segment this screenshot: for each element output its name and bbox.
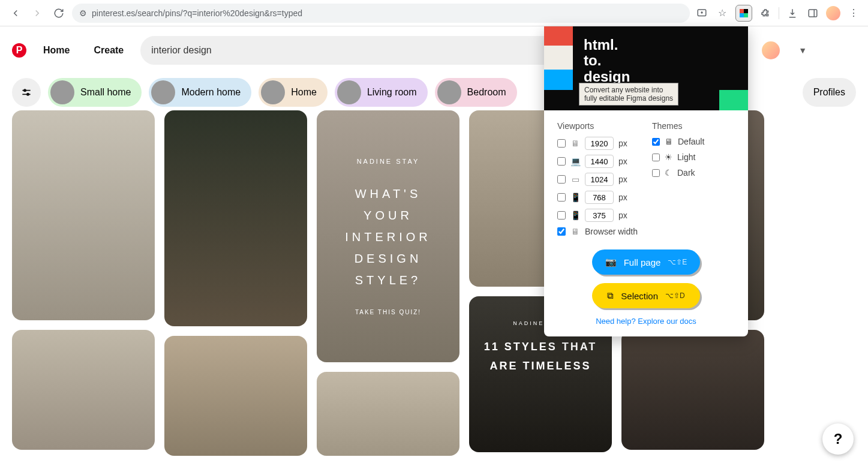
reload-button[interactable]	[50, 5, 67, 22]
create-link[interactable]: Create	[86, 40, 131, 61]
theme-icon: ☀	[665, 152, 672, 162]
profile-avatar[interactable]	[826, 6, 840, 20]
viewport-input[interactable]	[585, 191, 614, 204]
help-link[interactable]: Need help? Explore our docs	[557, 317, 735, 326]
pinterest-logo[interactable]: P	[12, 43, 26, 58]
device-icon: ▭	[570, 175, 580, 184]
pin-title: 11 STYLES THAT ARE TIMELESS	[481, 337, 600, 376]
pin-card[interactable]: NADINE STAY WHAT'S YOUR INTERIOR DESIGN …	[317, 110, 459, 362]
desktop-icon: 🖥	[570, 227, 580, 236]
chip-bedroom[interactable]: Bedroom	[435, 78, 517, 107]
device-icon: 📱	[570, 193, 580, 202]
selection-icon: ⧉	[607, 290, 614, 301]
viewport-row[interactable]: 📱px	[557, 191, 640, 204]
svg-rect-3	[740, 13, 744, 17]
extension-logo	[544, 26, 573, 110]
sidepanel-icon[interactable]	[806, 6, 820, 20]
svg-point-13	[24, 89, 26, 91]
svg-point-14	[27, 94, 29, 95]
user-avatar[interactable]	[762, 41, 780, 59]
pin-card[interactable]	[164, 110, 307, 326]
site-info-icon[interactable]: ⚙	[79, 8, 87, 18]
camera-icon: 📷	[605, 257, 617, 267]
chip-living-room[interactable]: Living room	[335, 78, 428, 107]
divider	[779, 7, 779, 19]
viewports-section: Viewports 🖥px💻px▭px📱px📱px 🖥 Browser widt…	[557, 121, 640, 241]
viewport-checkbox[interactable]	[557, 193, 566, 202]
device-icon: 💻	[570, 157, 580, 166]
theme-checkbox[interactable]	[652, 154, 660, 161]
browser-toolbar: ⚙ pinterest.es/search/pins/?q=interior%2…	[0, 0, 868, 26]
viewport-checkbox[interactable]	[557, 175, 566, 184]
viewport-checkbox[interactable]	[557, 139, 566, 148]
pin-subtitle: NADINE STAY	[357, 158, 420, 165]
browser-width-checkbox[interactable]	[557, 227, 566, 236]
selection-button[interactable]: ⧉ Selection ⌥⇧D	[592, 283, 700, 308]
home-link[interactable]: Home	[36, 40, 77, 61]
viewports-label: Viewports	[557, 121, 640, 131]
pin-card[interactable]	[12, 330, 155, 450]
install-icon[interactable]	[695, 6, 709, 20]
viewport-input[interactable]	[585, 209, 614, 222]
filter-button[interactable]	[12, 78, 41, 107]
pin-card[interactable]	[317, 372, 459, 456]
theme-checkbox[interactable]	[652, 169, 660, 177]
viewport-row[interactable]: 🖥px	[557, 137, 640, 150]
extension-tagline: Convert any website into fully editable …	[579, 83, 678, 106]
chip-thumbnail	[50, 80, 74, 104]
chip-thumbnail	[261, 80, 285, 104]
pin-title: WHAT'S YOUR INTERIOR DESIGN STYLE?	[329, 183, 447, 291]
theme-row[interactable]: ☾Dark	[652, 168, 735, 178]
help-fab[interactable]: ?	[822, 423, 854, 455]
svg-rect-4	[744, 13, 748, 17]
extension-popup: html. to. design Convert any website int…	[544, 26, 748, 336]
viewport-checkbox[interactable]	[557, 211, 566, 220]
chevron-down-icon[interactable]: ▼	[789, 37, 816, 64]
back-button[interactable]	[7, 5, 24, 22]
chip-home[interactable]: Home	[259, 78, 328, 107]
viewport-row[interactable]: ▭px	[557, 173, 640, 186]
url-text: pinterest.es/search/pins/?q=interior%20d…	[92, 8, 302, 18]
pin-card[interactable]	[621, 330, 764, 450]
viewport-row[interactable]: 💻px	[557, 155, 640, 168]
extension-title: html. to. design	[584, 37, 737, 85]
theme-icon: ☾	[665, 168, 672, 178]
chip-thumbnail	[151, 80, 175, 104]
fullpage-button[interactable]: 📷 Full page ⌥⇧E	[592, 249, 700, 275]
extension-header: html. to. design Convert any website int…	[544, 26, 748, 110]
device-icon: 📱	[570, 211, 580, 220]
viewport-browser-width[interactable]: 🖥 Browser width	[557, 227, 640, 236]
pin-card[interactable]	[12, 110, 155, 320]
theme-row[interactable]: 🖥Default	[652, 137, 735, 146]
chip-thumbnail	[337, 80, 361, 104]
bookmark-icon[interactable]: ☆	[715, 6, 729, 20]
viewport-row[interactable]: 📱px	[557, 209, 640, 222]
device-icon: 🖥	[570, 139, 580, 148]
themes-section: Themes 🖥Default☀Light☾Dark	[652, 121, 735, 241]
extensions-puzzle-icon[interactable]	[758, 6, 773, 20]
theme-icon: 🖥	[665, 137, 673, 146]
extension-icon[interactable]	[735, 5, 752, 22]
viewport-input[interactable]	[585, 155, 614, 168]
address-bar[interactable]: ⚙ pinterest.es/search/pins/?q=interior%2…	[72, 4, 690, 23]
theme-checkbox[interactable]	[652, 138, 660, 146]
downloads-icon[interactable]	[785, 6, 800, 20]
pin-cta: TAKE THIS QUIZ!	[355, 309, 421, 315]
menu-icon[interactable]: ⋮	[846, 6, 861, 20]
chip-profiles[interactable]: Profiles	[803, 78, 856, 107]
svg-rect-1	[740, 9, 744, 13]
svg-rect-2	[744, 9, 748, 13]
viewport-input[interactable]	[585, 137, 614, 150]
chip-modern-home[interactable]: Modern home	[149, 78, 251, 107]
chip-small-home[interactable]: Small home	[48, 78, 142, 107]
themes-label: Themes	[652, 121, 735, 131]
theme-row[interactable]: ☀Light	[652, 152, 735, 162]
svg-rect-5	[809, 10, 817, 17]
pin-card[interactable]	[164, 336, 307, 456]
chip-thumbnail	[437, 80, 461, 104]
viewport-checkbox[interactable]	[557, 157, 566, 166]
forward-button[interactable]	[29, 5, 46, 22]
viewport-input[interactable]	[585, 173, 614, 186]
